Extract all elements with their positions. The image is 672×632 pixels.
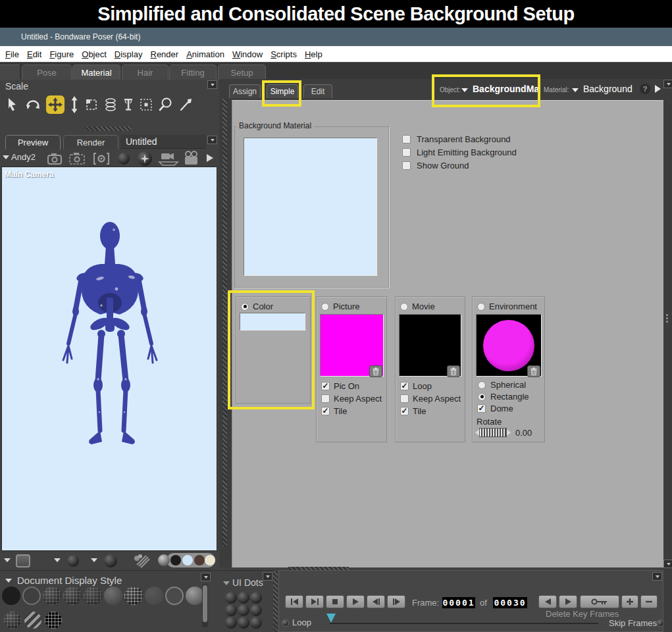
style-silhouette[interactable] (2, 587, 20, 605)
color-swatch[interactable] (240, 313, 305, 330)
pic-on-checkbox[interactable] (321, 382, 330, 390)
camera-next-arrow-icon[interactable] (206, 153, 214, 163)
movie-loop-checkbox[interactable] (400, 382, 409, 390)
total-frames-field[interactable]: 00030 (493, 597, 527, 608)
tab-hair[interactable]: Hair (122, 65, 168, 80)
scrubber-handle[interactable] (326, 614, 336, 623)
element-style-arrow-icon[interactable] (91, 558, 97, 562)
menu-help[interactable]: Help (301, 47, 326, 62)
style-hidden-line[interactable] (63, 587, 82, 605)
tab-edit[interactable]: Edit (303, 84, 332, 98)
ui-dot[interactable] (238, 592, 249, 604)
style-brush-icon[interactable] (132, 553, 151, 569)
figure-style-arrow-icon[interactable] (54, 558, 61, 562)
menu-file[interactable]: File (1, 47, 23, 62)
style-flat-shaded[interactable] (104, 587, 122, 605)
step-forward-button[interactable] (387, 595, 405, 608)
tab-preview[interactable]: Preview (5, 135, 61, 149)
environment-delete-button[interactable] (527, 365, 540, 377)
bg-color-blue-swatch[interactable] (182, 555, 193, 566)
rotate-value[interactable]: 0.00 (515, 428, 532, 438)
ui-dot[interactable] (250, 617, 262, 629)
translate-tool-active[interactable] (46, 95, 65, 114)
grouping-tool-icon[interactable] (139, 97, 153, 112)
menu-object[interactable]: Object (78, 47, 111, 62)
picture-tile-checkbox[interactable] (321, 407, 330, 415)
spherical-radio[interactable] (478, 381, 486, 389)
skip-frames-indicator[interactable] (657, 619, 664, 627)
bg-color-cream-swatch[interactable] (205, 555, 215, 566)
ui-dot[interactable] (238, 604, 249, 616)
next-key-button[interactable] (559, 595, 577, 608)
environment-source-radio[interactable] (477, 303, 485, 311)
ui-dot[interactable] (250, 604, 262, 616)
viewport[interactable]: Main Camera (1, 167, 217, 551)
prev-key-button[interactable] (538, 595, 557, 608)
tab-render[interactable]: Render (63, 135, 118, 149)
remove-keyframe-button[interactable] (640, 595, 658, 608)
menu-window[interactable]: Window (228, 47, 267, 62)
scale-tool-icon[interactable] (84, 97, 99, 112)
ui-dots-collapse-icon[interactable] (223, 581, 230, 585)
loop-indicator[interactable] (282, 619, 289, 627)
element-style-ball-icon[interactable] (104, 554, 117, 567)
current-frame-field[interactable]: 00001 (442, 597, 475, 608)
picture-source-radio[interactable] (321, 303, 329, 311)
header-next-arrow-icon[interactable] (654, 84, 661, 93)
header-menu-button[interactable] (663, 80, 672, 88)
translate-in-out-tool-icon[interactable] (69, 96, 80, 113)
object-selector[interactable]: BackgroundMa (473, 84, 539, 94)
edge-bottom-menu-button[interactable] (663, 560, 672, 568)
timeline-menu-button[interactable] (652, 572, 662, 581)
add-keyframe-button[interactable] (621, 595, 638, 608)
trackball-icon[interactable] (118, 153, 130, 165)
style-wireframe[interactable] (43, 587, 61, 605)
picture-delete-button[interactable] (369, 365, 382, 377)
doc-style-arrow-icon[interactable] (4, 558, 11, 562)
picture-keep-aspect-checkbox[interactable] (321, 394, 330, 403)
camera-dolly-icon[interactable] (68, 151, 88, 166)
camera-plane-icon[interactable] (158, 151, 179, 167)
ui-dot[interactable] (225, 604, 237, 616)
bg-color-black-swatch[interactable] (170, 555, 181, 566)
ui-dot[interactable] (250, 592, 262, 604)
timeline-scrubber-track[interactable] (330, 623, 598, 624)
menu-scripts[interactable]: Scripts (267, 47, 301, 62)
dome-checkbox[interactable] (477, 404, 486, 413)
view-magnifier-tool-icon[interactable] (158, 97, 174, 113)
menu-display[interactable]: Display (111, 47, 147, 62)
bg-color-sphere-icon[interactable] (158, 554, 170, 566)
rotate-dial[interactable] (475, 428, 511, 437)
camera-brackets-icon[interactable] (92, 151, 111, 166)
camera-icon[interactable] (46, 151, 65, 166)
style-outline[interactable] (22, 587, 41, 605)
style-lit-wireframe[interactable] (84, 587, 102, 605)
first-frame-button[interactable] (285, 595, 303, 608)
step-back-button[interactable] (367, 595, 385, 608)
light-emitting-background-checkbox[interactable] (402, 148, 411, 157)
figure-selector[interactable]: Andy2 (11, 152, 36, 162)
menu-animation[interactable]: Animation (182, 47, 228, 62)
edge-drag-handle[interactable] (666, 313, 668, 324)
tab-material[interactable]: Material (72, 65, 120, 80)
doc-style-box-button[interactable] (16, 554, 30, 567)
object-dropdown-icon[interactable] (461, 88, 468, 92)
tab-setup[interactable]: Setup (218, 65, 266, 80)
show-ground-checkbox[interactable] (402, 161, 411, 170)
display-style-menu-button[interactable] (201, 573, 211, 581)
style-flat-lined[interactable] (124, 587, 143, 605)
material-selector[interactable]: Background (583, 84, 633, 94)
rectangle-radio[interactable] (478, 393, 486, 401)
scrollbar-thumb[interactable] (203, 585, 207, 622)
taper-tool-icon[interactable] (122, 97, 134, 113)
display-style-scrollbar[interactable] (202, 584, 208, 627)
twist-tool-icon[interactable] (103, 97, 118, 113)
style-smooth-shaded[interactable] (186, 587, 204, 605)
dial-right-arrow-icon[interactable] (507, 429, 511, 436)
tab-pose[interactable]: Pose (22, 65, 72, 80)
style-cartoon[interactable] (145, 587, 163, 605)
movie-tile-checkbox[interactable] (400, 407, 409, 415)
style-texture-shaded[interactable] (4, 612, 21, 629)
color-source-radio[interactable] (241, 303, 249, 311)
movie-keep-aspect-checkbox[interactable] (400, 394, 409, 403)
